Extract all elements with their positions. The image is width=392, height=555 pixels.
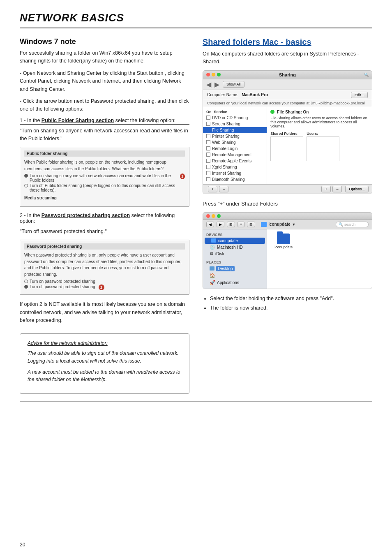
public-folder-option1: Turn on sharing so anyone with network a…: [24, 173, 185, 183]
internet-sharing-item[interactable]: Internet Sharing: [203, 170, 267, 176]
finder-forward-button[interactable]: ▶: [217, 222, 224, 227]
desktop-folder-icon: [210, 266, 214, 271]
back-icon[interactable]: ◀: [206, 81, 211, 88]
add-shared-folder-button[interactable]: +: [208, 186, 217, 192]
finder-macintosh-label: Macintosh HD: [217, 245, 243, 250]
add-user-button[interactable]: +: [321, 186, 331, 192]
options-button[interactable]: Options...: [345, 186, 369, 192]
mac-steps-list: Select the folder holding the software a…: [203, 295, 372, 312]
public-folder-box: Public folder sharing When Public folder…: [20, 147, 189, 207]
bluetooth-checkbox[interactable]: [206, 177, 210, 181]
xgrid-checkbox[interactable]: [206, 165, 210, 169]
finder-sidebar-idisk[interactable]: 🖥 iDisk: [203, 251, 267, 257]
dvd-sharing-item[interactable]: DVD or CD Sharing: [203, 115, 267, 121]
mac-sharing-window: Sharing 🔍 ◀ ▶ Show All Computer Name: Ma…: [203, 70, 372, 194]
close-icon[interactable]: [206, 73, 210, 76]
file-sharing-label: File Sharing: [212, 128, 234, 132]
right-column: Shared folders Mac - basics On Mac compu…: [203, 37, 372, 394]
mac-section-title: Shared folders Mac - basics: [203, 37, 311, 47]
badge-2: 2: [99, 284, 104, 290]
finder-sidebar-home[interactable]: 🏠: [203, 272, 267, 279]
shared-folders-col: Shared Folders: [270, 132, 303, 161]
advise-title: Advise for the network administrator:: [28, 340, 182, 346]
remote-mgmt-item[interactable]: Remote Management: [203, 152, 267, 158]
screen-checkbox[interactable]: [206, 122, 210, 126]
remove-shared-folder-button[interactable]: –: [219, 186, 228, 192]
mac-intro: On Mac computers shared folders are setu…: [203, 50, 372, 66]
finder-maximize-icon[interactable]: [217, 214, 221, 218]
public-folder-option2-text: Turn off Public folder sharing (people l…: [30, 183, 185, 192]
remote-events-label: Remote Apple Events: [212, 159, 251, 163]
numbered2-bold: Password protected sharing section: [42, 213, 130, 218]
finder-body: DEVICES iconupdate 💿 Macintosh HD 🖥 iDis…: [203, 229, 372, 289]
shared-folders-list: [270, 136, 303, 161]
finder-minimize-icon[interactable]: [212, 214, 215, 218]
users-list: [307, 136, 339, 161]
show-all-button[interactable]: Show All: [223, 81, 244, 88]
folder-small-icon: [261, 222, 267, 227]
traffic-lights: [206, 73, 221, 76]
status-dot-icon: [270, 110, 274, 114]
dvd-checkbox[interactable]: [206, 116, 210, 120]
xgrid-item[interactable]: Xgrid Sharing: [203, 164, 267, 170]
file-sharing-item[interactable]: File Sharing: [203, 127, 267, 133]
bluetooth-sharing-item[interactable]: Bluetooth Sharing: [203, 176, 267, 183]
edit-button[interactable]: Edit...: [351, 92, 368, 98]
printer-sharing-item[interactable]: Printer Sharing: [203, 133, 267, 139]
file-checkbox[interactable]: [206, 128, 210, 132]
numbered1-label: 1 - In the: [20, 118, 42, 123]
folder-label-iconupdate: iconupdate: [274, 245, 293, 249]
advise-para1: The user should be able to sign out of t…: [28, 349, 182, 365]
printer-checkbox[interactable]: [206, 134, 210, 138]
two-col-layout: Windows 7 note For succesfully sharing a…: [20, 37, 372, 394]
numbered-heading-1: 1 - In the Public Folder Sharing section…: [20, 118, 189, 125]
screen-sharing-item[interactable]: Screen Sharing: [203, 121, 267, 127]
password-box-desc: When password protected sharing is on, o…: [24, 252, 185, 278]
users-header: Users:: [307, 132, 339, 136]
web-checkbox[interactable]: [206, 140, 210, 144]
folder-icon-content: [277, 234, 290, 244]
finder-search-box[interactable]: 🔍 search: [336, 222, 369, 227]
finder-titlebar: [203, 213, 372, 220]
maximize-icon[interactable]: [217, 73, 221, 76]
finder-content: iconupdate: [267, 229, 372, 289]
radio-filled-icon-2: [24, 285, 28, 289]
dvd-label: DVD or CD Sharing: [212, 116, 248, 120]
remote-events-item[interactable]: Remote Apple Events: [203, 158, 267, 164]
remove-user-button[interactable]: –: [332, 186, 342, 192]
remote-events-checkbox[interactable]: [206, 159, 210, 163]
page: NETWORK BASICS Windows 7 note For succes…: [0, 0, 392, 555]
finder-toolbar: ◀ ▶ ⊞ ≡ ⊟ iconupdate ▼ 🔍 search: [203, 220, 372, 229]
finder-sidebar-applications[interactable]: 🚀 Applications: [203, 279, 267, 286]
password-box: Password protected sharing When password…: [20, 240, 189, 295]
icon-view-button[interactable]: ⊞: [227, 222, 235, 227]
press-plus-text: Press "+" under Shared Folders: [203, 200, 372, 208]
public-folder-option1-text: Turn on sharing so anyone with network a…: [30, 173, 177, 183]
finder-location: iconupdate ▼: [261, 222, 295, 227]
finder-folder-iconupdate[interactable]: iconupdate: [271, 234, 296, 249]
forward-icon[interactable]: ▶: [214, 81, 219, 88]
domain-note: If option 2 is NOT available it is most …: [20, 301, 189, 324]
finder-sidebar-iconupdate[interactable]: iconupdate: [205, 238, 265, 244]
sidebar-col-headers: On Service: [203, 109, 267, 115]
finder-close-icon[interactable]: [206, 214, 210, 218]
bottom-divider: [20, 401, 372, 402]
remote-login-checkbox[interactable]: [206, 146, 210, 150]
search-icon-finder: 🔍: [339, 222, 343, 227]
shared-folders-controls: + –: [206, 186, 228, 192]
numbered2-quote: "Turn off password protected sharing.": [20, 228, 189, 236]
finder-sidebar-desktop[interactable]: Desktop: [203, 265, 267, 272]
remote-mgmt-checkbox[interactable]: [206, 153, 210, 157]
web-sharing-item[interactable]: Web Sharing: [203, 139, 267, 146]
media-streaming-label: Media streaming: [24, 195, 185, 201]
column-view-button[interactable]: ⊟: [247, 222, 255, 227]
minimize-icon[interactable]: [212, 73, 215, 76]
list-view-button[interactable]: ≡: [238, 222, 244, 227]
service-header: Service: [214, 110, 227, 114]
internet-checkbox[interactable]: [206, 171, 210, 175]
finder-back-button[interactable]: ◀: [206, 222, 214, 227]
apps-icon: 🚀: [210, 280, 215, 285]
remote-login-item[interactable]: Remote Login: [203, 146, 267, 152]
radio-filled-icon: [24, 174, 28, 178]
finder-sidebar-macintosh[interactable]: 💿 Macintosh HD: [203, 244, 267, 251]
